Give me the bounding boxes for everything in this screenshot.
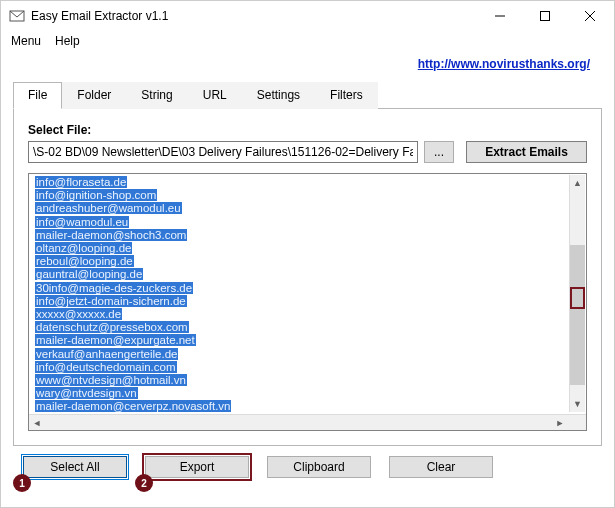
scroll-up-icon[interactable]: ▲ <box>570 175 585 191</box>
clipboard-button[interactable]: Clipboard <box>267 456 371 478</box>
email-result-line[interactable]: info@ignition-shop.com <box>35 189 568 202</box>
email-result-line[interactable]: mailer-daemon@cerverpz.novasoft.vn <box>35 400 568 413</box>
horizontal-scrollbar[interactable]: ◄ ► <box>29 414 586 430</box>
email-result-line[interactable]: info@wamodul.eu <box>35 216 568 229</box>
minimize-button[interactable] <box>477 2 522 31</box>
annotation-badge-2: 2 <box>135 474 153 492</box>
scroll-annotation <box>570 287 585 309</box>
svg-rect-2 <box>540 12 549 21</box>
email-result-line[interactable]: datenschutz@pressebox.com <box>35 321 568 334</box>
extract-emails-button[interactable]: Extract Emails <box>466 141 587 163</box>
scroll-left-icon[interactable]: ◄ <box>29 415 45 431</box>
select-file-label: Select File: <box>28 123 587 137</box>
annotation-badge-1: 1 <box>13 474 31 492</box>
results-box[interactable]: info@floraseta.deinfo@ignition-shop.coma… <box>28 173 587 431</box>
browse-button[interactable]: ... <box>424 141 454 163</box>
email-result-line[interactable]: gauntral@looping.de <box>35 268 568 281</box>
file-path-input[interactable] <box>28 141 418 163</box>
vertical-scrollbar[interactable]: ▲ ▼ <box>569 175 585 412</box>
menu-item-menu[interactable]: Menu <box>11 34 41 48</box>
email-result-line[interactable]: mailer-daemon@expurgate.net <box>35 334 568 347</box>
email-result-line[interactable]: www@ntvdesign@hotmail.vn <box>35 374 568 387</box>
export-button[interactable]: Export <box>145 456 249 478</box>
tab-file[interactable]: File <box>13 82 62 109</box>
website-link[interactable]: http://www.novirusthanks.org/ <box>418 57 590 71</box>
scroll-thumb[interactable] <box>570 245 585 385</box>
tab-filters[interactable]: Filters <box>315 82 378 109</box>
email-result-line[interactable]: reboul@looping.de <box>35 255 568 268</box>
email-result-line[interactable]: xxxxx@xxxxx.de <box>35 308 568 321</box>
tab-url[interactable]: URL <box>188 82 242 109</box>
tab-strip: File Folder String URL Settings Filters <box>13 81 602 109</box>
menu-item-help[interactable]: Help <box>55 34 80 48</box>
window-title: Easy Email Extractor v1.1 <box>31 9 477 23</box>
maximize-button[interactable] <box>522 2 567 31</box>
tab-string[interactable]: String <box>126 82 187 109</box>
email-result-line[interactable]: info@jetzt-domain-sichern.de <box>35 295 568 308</box>
email-result-line[interactable]: 30info@magie-des-zuckers.de <box>35 282 568 295</box>
clear-button[interactable]: Clear <box>389 456 493 478</box>
email-result-line[interactable]: info@deutschedomain.com <box>35 361 568 374</box>
email-result-line[interactable]: verkauf@anhaengerteile.de <box>35 348 568 361</box>
app-icon <box>9 8 25 24</box>
scroll-right-icon[interactable]: ► <box>552 415 568 431</box>
close-button[interactable] <box>567 2 612 31</box>
tab-settings[interactable]: Settings <box>242 82 315 109</box>
scroll-down-icon[interactable]: ▼ <box>570 396 585 412</box>
email-result-line[interactable]: info@floraseta.de <box>35 176 568 189</box>
email-result-line[interactable]: oltanz@looping.de <box>35 242 568 255</box>
tab-folder[interactable]: Folder <box>62 82 126 109</box>
email-result-line[interactable]: andreashuber@wamodul.eu <box>35 202 568 215</box>
email-result-line[interactable]: wary@ntvdesign.vn <box>35 387 568 400</box>
select-all-button[interactable]: Select All <box>23 456 127 478</box>
email-result-line[interactable]: mailer-daemon@shoch3.com <box>35 229 568 242</box>
